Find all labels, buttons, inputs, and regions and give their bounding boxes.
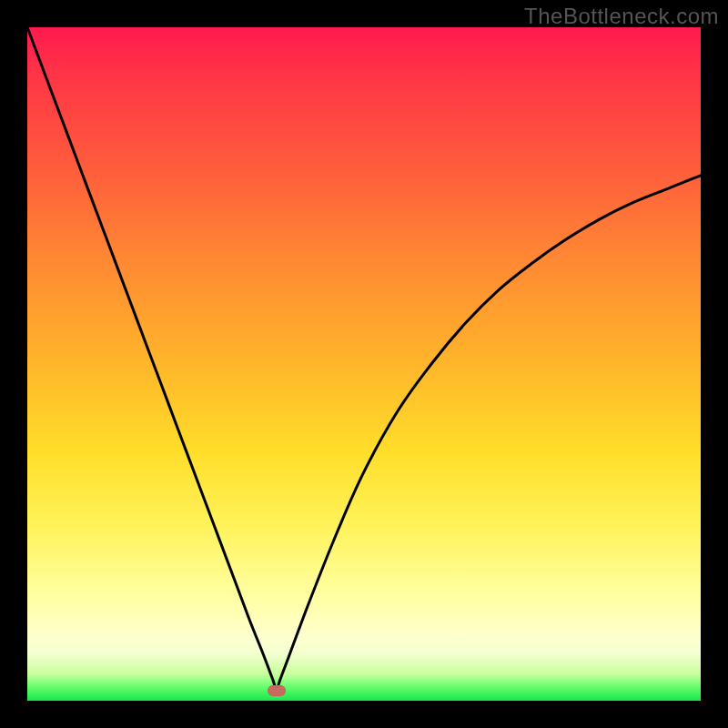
bottleneck-curve xyxy=(27,27,701,691)
minimum-marker xyxy=(268,685,286,696)
plot-area xyxy=(27,27,701,701)
watermark-label: TheBottleneck.com xyxy=(524,4,719,29)
curve-layer xyxy=(27,27,701,701)
chart-frame: TheBottleneck.com xyxy=(0,0,728,728)
